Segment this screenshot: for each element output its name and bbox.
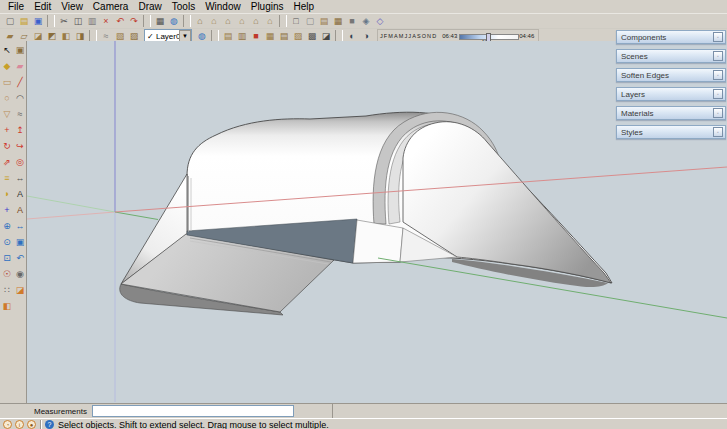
move-tool[interactable]: + — [1, 123, 13, 137]
shaded-textures-button[interactable]: ▦ — [331, 15, 345, 28]
tape-measure-tool[interactable]: ≡ — [1, 171, 13, 185]
view-left-button[interactable]: ⌂ — [263, 15, 277, 28]
paint-bucket-tool[interactable]: ◆ — [1, 59, 13, 73]
zoom-tool[interactable]: ⊙ — [1, 235, 13, 249]
make-component-tool[interactable]: ▣ — [14, 43, 26, 57]
menu-bar: FileEditViewCameraDrawToolsWindowPlugins… — [0, 0, 727, 14]
shaded-button[interactable]: ▤ — [317, 15, 331, 28]
polygon-tool[interactable]: ▽ — [1, 107, 13, 121]
xray-button[interactable]: ◇ — [373, 15, 387, 28]
pan-tool[interactable]: ↔ — [14, 219, 26, 233]
rollup-icon[interactable]: ◦ — [713, 70, 723, 80]
view-back-button[interactable]: ⌂ — [249, 15, 263, 28]
text-tool[interactable]: A — [14, 187, 26, 201]
panel-soften-edges[interactable]: Soften Edges ◦ — [616, 68, 726, 82]
sketchup-window: { "menu": { "items": [ {"label":"File","… — [0, 0, 727, 429]
erase-button[interactable]: × — [99, 15, 113, 28]
orbit-tool[interactable]: ⊕ — [1, 219, 13, 233]
look-around-tool[interactable]: ◉ — [14, 267, 26, 281]
open-button[interactable]: ▤ — [17, 15, 31, 28]
undo-button[interactable]: ↶ — [113, 15, 127, 28]
new-button[interactable]: ▢ — [3, 15, 17, 28]
tool-palette: ↖▣◆▰▭╱○◠▽≈+↥↻↪⇗◎≡↔◗A+A⊕↔⊙▣⊡↶☉◉∷◪◧ — [0, 41, 27, 403]
line-tool[interactable]: ╱ — [14, 75, 26, 89]
menu-file[interactable]: File — [3, 0, 29, 13]
status-credit-icon[interactable]: i — [15, 420, 24, 429]
menu-view[interactable]: View — [56, 0, 88, 13]
layer-dropdown-value: ✓ Layer0 — [145, 32, 179, 41]
model-info-button[interactable]: ◍ — [167, 15, 181, 28]
scale-tool[interactable]: ⇗ — [1, 155, 13, 169]
panel-components[interactable]: Components ◦ — [616, 30, 726, 44]
copy-button[interactable]: ◫ — [71, 15, 85, 28]
menu-camera[interactable]: Camera — [88, 0, 134, 13]
paste-button[interactable]: ▥ — [85, 15, 99, 28]
position-camera-tool[interactable]: ☉ — [1, 267, 13, 281]
back-edges-button[interactable]: ◈ — [359, 15, 373, 28]
menu-edit[interactable]: Edit — [29, 0, 56, 13]
rotate-tool[interactable]: ↻ — [1, 139, 13, 153]
panel-components: Components — [617, 33, 713, 42]
measurements-bar: Measurements — [0, 403, 727, 418]
help-icon[interactable]: ? — [45, 420, 54, 429]
save-button[interactable]: ▣ — [31, 15, 45, 28]
arc-tool[interactable]: ◠ — [14, 91, 26, 105]
panel-layers: Layers — [617, 90, 713, 99]
rollup-icon[interactable]: ◦ — [713, 51, 723, 61]
axis-green-positive-near — [115, 212, 158, 220]
push-pull-tool[interactable]: ↥ — [14, 123, 26, 137]
dimension-tool[interactable]: ↔ — [14, 171, 26, 185]
shadow-date-slider[interactable]: JFMAMJJASOND — [380, 33, 437, 39]
rollup-icon[interactable]: ◦ — [713, 127, 723, 137]
rollup-icon[interactable]: ◦ — [713, 32, 723, 42]
redo-button[interactable]: ↷ — [127, 15, 141, 28]
panel-materials[interactable]: Materials ◦ — [616, 106, 726, 120]
freehand-tool[interactable]: ≈ — [14, 107, 26, 121]
panel-layers[interactable]: Layers ◦ — [616, 87, 726, 101]
panel-materials: Materials — [617, 109, 713, 118]
circle-tool[interactable]: ○ — [1, 91, 13, 105]
rectangle-tool[interactable]: ▭ — [1, 75, 13, 89]
zoom-window-tool[interactable]: ▣ — [14, 235, 26, 249]
status-signin-icon[interactable]: ● — [27, 420, 36, 429]
monochrome-button[interactable]: ■ — [345, 15, 359, 28]
view-right-button[interactable]: ⌂ — [235, 15, 249, 28]
shadow-time-slider[interactable]: Noon — [459, 33, 517, 40]
select-tool[interactable]: ↖ — [1, 43, 13, 57]
view-top-button[interactable]: ⌂ — [207, 15, 221, 28]
wireframe-button[interactable]: □ — [289, 15, 303, 28]
menu-draw[interactable]: Draw — [133, 0, 166, 13]
panel-styles[interactable]: Styles ◦ — [616, 125, 726, 139]
display-section-planes-tool[interactable]: ◧ — [1, 299, 13, 313]
protractor-tool[interactable]: ◗ — [1, 187, 13, 201]
print-button[interactable]: ▦ — [153, 15, 167, 28]
cut-button[interactable]: ✂ — [57, 15, 71, 28]
follow-me-tool[interactable]: ↪ — [14, 139, 26, 153]
axes-tool[interactable]: + — [1, 203, 13, 217]
menu-plugins[interactable]: Plugins — [246, 0, 289, 13]
zoom-extents-tool[interactable]: ⊡ — [1, 251, 13, 265]
rollup-icon[interactable]: ◦ — [713, 108, 723, 118]
status-geolocation-icon[interactable]: ◔ — [3, 420, 12, 429]
panel-scenes[interactable]: Scenes ◦ — [616, 49, 726, 63]
menu-tools[interactable]: Tools — [167, 0, 200, 13]
section-plane-tool[interactable]: ◪ — [14, 283, 26, 297]
eraser-tool[interactable]: ▰ — [14, 59, 26, 73]
measurements-label: Measurements — [34, 407, 87, 416]
panel-styles: Styles — [617, 128, 713, 137]
offset-tool[interactable]: ◎ — [14, 155, 26, 169]
toolbar-separator — [47, 15, 55, 27]
measurements-input[interactable] — [92, 405, 294, 417]
zoom-previous-tool[interactable]: ↶ — [14, 251, 26, 265]
shadow-time-end: 04:46 — [519, 33, 534, 39]
menu-help[interactable]: Help — [289, 0, 320, 13]
walk-tool[interactable]: ∷ — [1, 283, 13, 297]
view-front-button[interactable]: ⌂ — [221, 15, 235, 28]
menu-window[interactable]: Window — [200, 0, 246, 13]
view-iso-button[interactable]: ⌂ — [193, 15, 207, 28]
3d-text-tool[interactable]: A — [14, 203, 26, 217]
hidden-line-button[interactable]: ▢ — [303, 15, 317, 28]
rollup-icon[interactable]: ◦ — [713, 89, 723, 99]
status-icons-group: ◔i● — [0, 420, 36, 429]
axis-red-negative — [27, 212, 115, 219]
